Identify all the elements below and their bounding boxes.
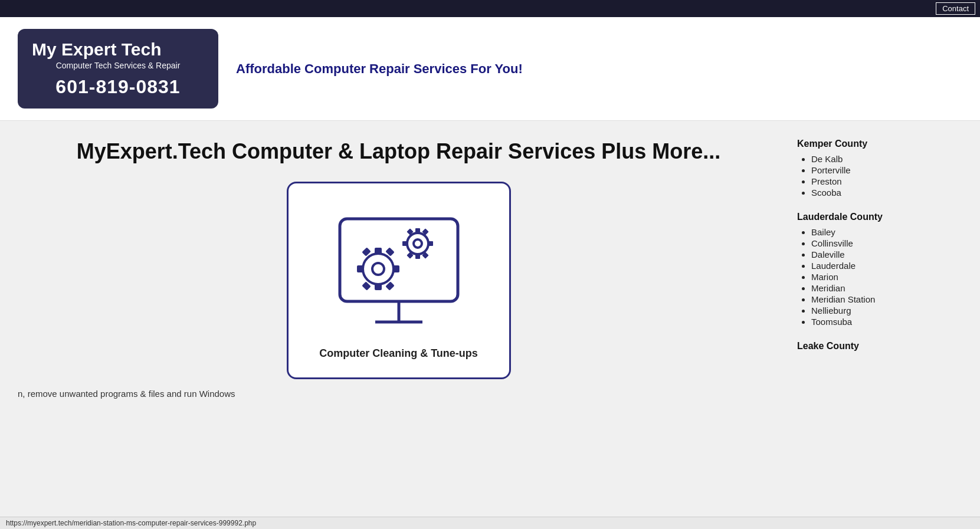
computer-gears-icon	[328, 201, 470, 343]
icon-label: Computer Cleaning & Tune-ups	[319, 347, 478, 360]
sidebar: Kemper County De Kalb Porterville Presto…	[797, 139, 962, 399]
list-item: De Kalb	[811, 154, 962, 164]
lauderdale-county-title: Lauderdale County	[797, 212, 962, 222]
header: My Expert Tech Computer Tech Services & …	[0, 17, 980, 121]
content-text: n, remove unwanted programs & files and …	[18, 389, 779, 399]
header-tagline: Affordable Computer Repair Services For …	[236, 61, 523, 77]
page-title: MyExpert.Tech Computer & Laptop Repair S…	[18, 139, 779, 164]
top-bar: Contact	[0, 0, 980, 17]
list-item: Scooba	[811, 188, 962, 198]
svg-rect-6	[375, 283, 382, 290]
logo-subtitle: Computer Tech Services & Repair	[32, 61, 204, 70]
logo-title: My Expert Tech	[32, 40, 204, 60]
kemper-county-list: De Kalb Porterville Preston Scooba	[797, 154, 962, 198]
lauderdale-county-list: Bailey Collinsville Daleville Lauderdale…	[797, 227, 962, 327]
list-item: Collinsville	[811, 238, 962, 248]
kemper-county-title: Kemper County	[797, 139, 962, 149]
list-item: Nellieburg	[811, 305, 962, 316]
svg-rect-0	[340, 219, 458, 301]
svg-rect-17	[428, 241, 433, 246]
list-item: Toomsuba	[811, 317, 962, 327]
list-item: Meridian Station	[811, 294, 962, 304]
svg-rect-18	[402, 241, 408, 246]
leake-county-section: Leake County	[797, 341, 962, 351]
list-item: Preston	[811, 176, 962, 186]
list-item: Bailey	[811, 227, 962, 237]
list-item: Meridian	[811, 283, 962, 293]
main-container: MyExpert.Tech Computer & Laptop Repair S…	[0, 121, 980, 416]
svg-point-13	[407, 233, 428, 254]
kemper-county-section: Kemper County De Kalb Porterville Presto…	[797, 139, 962, 198]
svg-point-4	[372, 263, 384, 275]
leake-county-title: Leake County	[797, 341, 962, 351]
svg-rect-15	[415, 228, 420, 234]
svg-point-14	[414, 239, 422, 248]
list-item: Lauderdale	[811, 261, 962, 271]
content-area: MyExpert.Tech Computer & Laptop Repair S…	[18, 139, 779, 399]
svg-rect-7	[392, 265, 399, 272]
list-item: Daleville	[811, 249, 962, 259]
svg-rect-5	[375, 248, 382, 255]
list-item: Marion	[811, 272, 962, 282]
svg-rect-8	[357, 265, 364, 272]
lauderdale-county-section: Lauderdale County Bailey Collinsville Da…	[797, 212, 962, 327]
computer-icon-box: Computer Cleaning & Tune-ups	[287, 182, 511, 379]
logo-box: My Expert Tech Computer Tech Services & …	[18, 29, 218, 109]
list-item: Porterville	[811, 165, 962, 175]
logo-phone[interactable]: 601-819-0831	[32, 76, 204, 98]
svg-point-3	[363, 254, 394, 284]
svg-rect-16	[415, 254, 420, 259]
contact-button[interactable]: Contact	[936, 2, 975, 15]
